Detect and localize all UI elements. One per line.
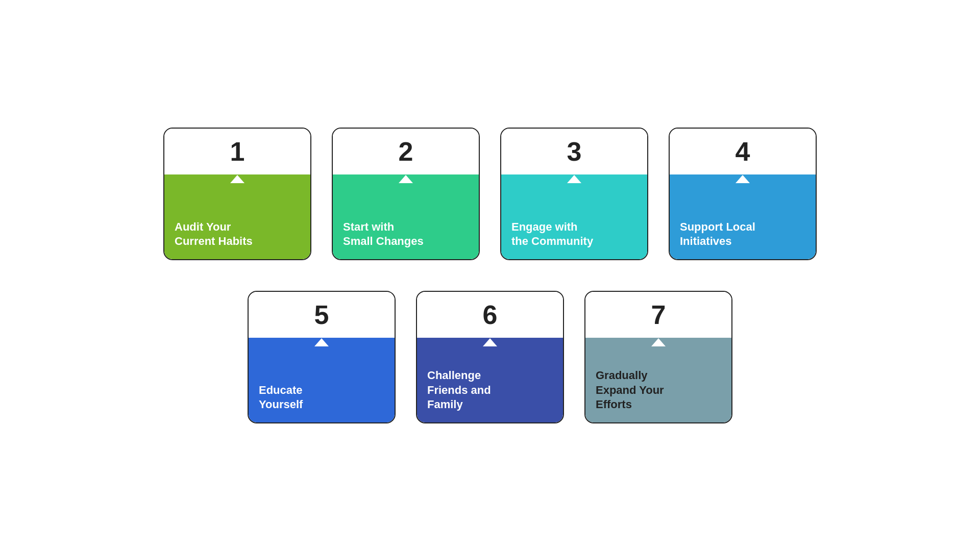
svg-marker-1: [399, 175, 413, 183]
bottom-row: 5 EducateYourself6 ChallengeFriends andF…: [248, 291, 732, 423]
card-3-label: Engage withthe Community: [511, 220, 593, 249]
card-3-top: 3: [501, 129, 647, 174]
card-3: 3 Engage withthe Community: [500, 128, 648, 260]
card-2-number: 2: [399, 138, 413, 165]
card-1-notch-icon: [228, 174, 247, 183]
card-2-label: Start withSmall Changes: [343, 220, 424, 249]
card-1-label: Audit YourCurrent Habits: [175, 220, 253, 249]
top-row: 1 Audit YourCurrent Habits2 Start withSm…: [163, 128, 817, 260]
card-1-bottom: Audit YourCurrent Habits: [164, 174, 310, 259]
card-3-notch-icon: [565, 174, 583, 183]
card-5-notch-icon: [312, 337, 331, 346]
card-7-notch-icon: [649, 337, 668, 346]
card-1-top: 1: [164, 129, 310, 174]
card-5-bottom: EducateYourself: [249, 338, 395, 422]
card-7-top: 7: [585, 292, 731, 338]
card-6: 6 ChallengeFriends andFamily: [416, 291, 564, 423]
card-4: 4 Support LocalInitiatives: [669, 128, 817, 260]
card-5: 5 EducateYourself: [248, 291, 396, 423]
card-4-bottom: Support LocalInitiatives: [670, 174, 816, 259]
svg-marker-0: [230, 175, 244, 183]
card-3-bottom: Engage withthe Community: [501, 174, 647, 259]
svg-marker-6: [651, 338, 666, 346]
card-7-bottom: GraduallyExpand YourEfforts: [585, 338, 731, 422]
main-layout: 1 Audit YourCurrent Habits2 Start withSm…: [163, 128, 817, 423]
card-7-number: 7: [651, 302, 666, 328]
card-6-label: ChallengeFriends andFamily: [427, 368, 491, 412]
card-2-top: 2: [333, 129, 479, 174]
card-6-number: 6: [483, 302, 498, 328]
card-7-label: GraduallyExpand YourEfforts: [596, 368, 664, 412]
card-2: 2 Start withSmall Changes: [332, 128, 480, 260]
card-6-notch-icon: [481, 337, 499, 346]
card-5-label: EducateYourself: [259, 383, 303, 412]
svg-marker-2: [567, 175, 581, 183]
svg-marker-3: [736, 175, 750, 183]
card-4-number: 4: [736, 138, 750, 165]
card-1: 1 Audit YourCurrent Habits: [163, 128, 311, 260]
card-6-top: 6: [417, 292, 563, 338]
card-4-top: 4: [670, 129, 816, 174]
card-1-number: 1: [230, 138, 245, 165]
card-3-number: 3: [567, 138, 582, 165]
card-2-notch-icon: [397, 174, 415, 183]
card-4-label: Support LocalInitiatives: [680, 220, 755, 249]
card-2-bottom: Start withSmall Changes: [333, 174, 479, 259]
svg-marker-5: [483, 338, 497, 346]
card-5-top: 5: [249, 292, 395, 338]
card-7: 7 GraduallyExpand YourEfforts: [584, 291, 732, 423]
card-5-number: 5: [314, 302, 329, 328]
card-6-bottom: ChallengeFriends andFamily: [417, 338, 563, 422]
svg-marker-4: [314, 338, 329, 346]
card-4-notch-icon: [733, 174, 752, 183]
